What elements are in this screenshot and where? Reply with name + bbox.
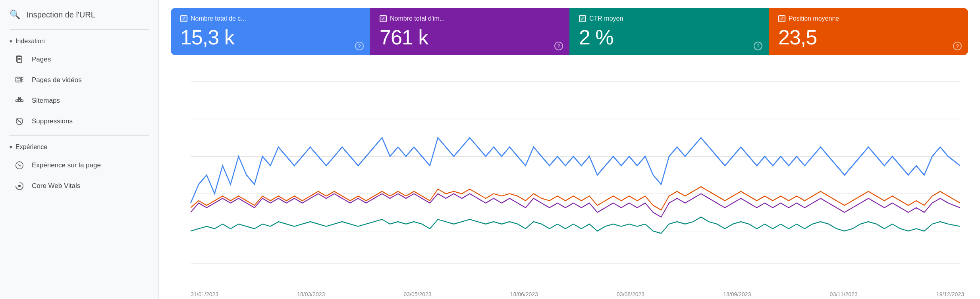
metric-impressions-help[interactable]: ? (554, 42, 563, 50)
metric-impressions-checkbox[interactable] (380, 15, 387, 22)
metric-position-header: Position moyenne (778, 15, 959, 22)
metric-clicks-help[interactable]: ? (355, 42, 364, 50)
sidebar-item-sitemaps[interactable]: Sitemaps (0, 91, 152, 111)
chart-line-orange (191, 187, 960, 210)
divider-top (10, 29, 149, 30)
metric-position-label: Position moyenne (789, 15, 839, 22)
core-web-vitals-icon (14, 181, 25, 191)
metric-card-impressions: Nombre total d'im... 761 k ? (370, 8, 569, 55)
svg-rect-10 (16, 100, 18, 102)
url-inspection-label: Inspection de l'URL (27, 10, 95, 19)
sidebar-item-page-experience-label: Expérience sur la page (32, 161, 101, 169)
sitemaps-icon (14, 96, 25, 106)
metric-ctr-label: CTR moyen (589, 15, 623, 22)
metric-impressions-label: Nombre total d'im... (390, 15, 445, 22)
x-label-1: 31/01/2023 (191, 291, 218, 297)
x-label-2: 18/03/2023 (297, 291, 325, 297)
line-chart (171, 63, 968, 287)
sidebar-item-core-web-vitals-label: Core Web Vitals (32, 182, 80, 190)
x-label-7: 03/11/2023 (830, 291, 858, 297)
metric-position-help[interactable]: ? (953, 42, 962, 50)
svg-rect-12 (21, 100, 23, 102)
sidebar: 🔍 Inspection de l'URL ▾ Indexation Pages… (0, 0, 159, 299)
metric-clicks-header: Nombre total de c... (180, 15, 361, 22)
metric-card-ctr: CTR moyen 2 % ? (569, 8, 769, 55)
video-pages-icon (14, 75, 25, 85)
sidebar-item-suppressions[interactable]: Suppressions (0, 111, 152, 131)
sidebar-item-sitemaps-label: Sitemaps (32, 97, 60, 105)
main-content: Nombre total de c... 15,3 k ? Nombre tot… (159, 0, 980, 299)
sidebar-item-pages-label: Pages (32, 56, 51, 63)
search-icon: 🔍 (10, 10, 20, 20)
x-label-8: 19/12/2023 (936, 291, 964, 297)
svg-point-22 (19, 185, 21, 187)
chart-area: 31/01/2023 18/03/2023 03/05/2023 18/06/2… (159, 59, 980, 299)
pages-icon (14, 54, 25, 65)
section-experience-label: Expérience (15, 144, 47, 151)
sidebar-item-page-experience[interactable]: Expérience sur la page (0, 155, 152, 175)
metric-position-value: 23,5 (778, 26, 959, 49)
metric-position-checkbox[interactable] (778, 15, 785, 22)
metric-card-position: Position moyenne 23,5 ? (769, 8, 968, 55)
sidebar-item-core-web-vitals[interactable]: Core Web Vitals (0, 176, 152, 196)
page-experience-icon (14, 160, 25, 171)
svg-line-8 (22, 81, 23, 82)
chart-line-blue (191, 138, 960, 203)
x-label-6: 18/09/2023 (723, 291, 751, 297)
section-experience[interactable]: ▾ Expérience (0, 140, 158, 155)
metric-ctr-header: CTR moyen (579, 15, 759, 22)
section-indexation[interactable]: ▾ Indexation (0, 34, 158, 49)
x-label-4: 18/06/2023 (510, 291, 538, 297)
x-label-3: 03/05/2023 (404, 291, 432, 297)
svg-rect-11 (18, 100, 21, 102)
metric-cards: Nombre total de c... 15,3 k ? Nombre tot… (171, 8, 968, 55)
svg-line-6 (22, 77, 23, 78)
metric-ctr-value: 2 % (579, 26, 759, 49)
metric-clicks-checkbox[interactable] (180, 15, 187, 22)
metric-card-clicks: Nombre total de c... 15,3 k ? (171, 8, 370, 55)
metric-clicks-value: 15,3 k (180, 26, 361, 49)
chevron-down-icon: ▾ (10, 38, 12, 44)
metric-impressions-value: 761 k (380, 26, 560, 49)
url-inspection-button[interactable]: 🔍 Inspection de l'URL (0, 4, 158, 25)
metric-ctr-help[interactable]: ? (754, 42, 762, 50)
svg-rect-5 (17, 78, 21, 80)
divider-middle (10, 135, 149, 136)
x-axis-labels: 31/01/2023 18/03/2023 03/05/2023 18/06/2… (171, 289, 968, 297)
metric-ctr-checkbox[interactable] (579, 15, 586, 22)
x-label-5: 03/08/2023 (617, 291, 644, 297)
section-indexation-label: Indexation (15, 38, 45, 45)
sidebar-item-video-pages-label: Pages de vidéos (32, 76, 82, 84)
sidebar-item-pages[interactable]: Pages (0, 50, 152, 69)
sidebar-item-suppressions-label: Suppressions (32, 117, 73, 125)
metric-impressions-header: Nombre total d'im... (380, 15, 560, 22)
chevron-experience-icon: ▾ (10, 144, 12, 150)
metric-clicks-label: Nombre total de c... (191, 15, 246, 22)
suppressions-icon (14, 116, 25, 126)
sidebar-item-video-pages[interactable]: Pages de vidéos (0, 70, 152, 90)
svg-rect-9 (18, 97, 21, 99)
